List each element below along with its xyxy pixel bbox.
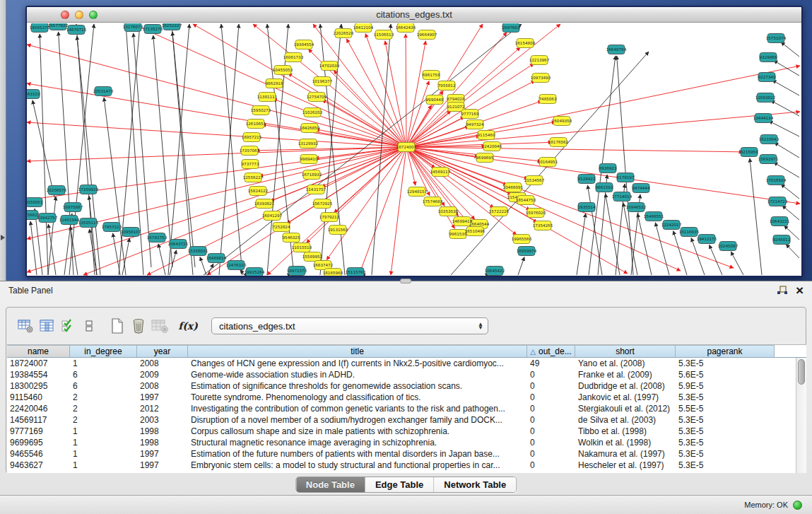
- tab-node-table[interactable]: Node Table: [296, 477, 365, 492]
- column-visibility-icon[interactable]: [36, 315, 57, 337]
- tab-network-table[interactable]: Network Table: [434, 477, 516, 492]
- table-panel-header: Table Panel ×: [0, 281, 812, 300]
- network-desktop: citations_edges.txt 18724007193845541606…: [0, 0, 812, 281]
- table-cell: 18724007: [7, 358, 70, 369]
- graph-node-label: 9699695: [476, 156, 494, 160]
- graph-node-label: 19925264: [245, 270, 265, 274]
- table-row[interactable]: 946554611997Estimation of the future num…: [7, 448, 796, 460]
- graph-node-label: 18724007: [396, 145, 417, 149]
- graph-node-label: 15672925: [312, 201, 333, 206]
- scrollbar-thumb[interactable]: [798, 359, 805, 385]
- table-cell: 2: [70, 392, 137, 403]
- graph-node-label: 10973493: [531, 76, 551, 80]
- table-settings-icon[interactable]: [15, 315, 36, 337]
- graph-node-label: 17359928: [78, 187, 99, 192]
- table-panel-body: f(x) citations_edges.txt ▲▼ namein_degre…: [6, 307, 806, 473]
- close-window-icon[interactable]: [61, 11, 69, 19]
- graph-node-label: 9115460: [478, 133, 495, 137]
- column-header-short[interactable]: short: [575, 345, 676, 357]
- graph-edge: [406, 34, 406, 147]
- column-header-year[interactable]: year: [137, 345, 188, 357]
- table-row[interactable]: 1456911722003Disruption of a novel membe…: [7, 414, 796, 426]
- table-row[interactable]: 1938455462009Genome-wide association stu…: [7, 369, 796, 380]
- network-canvas[interactable]: 1872400719384554160617331045505398629181…: [27, 23, 801, 276]
- column-header-name[interactable]: name: [7, 345, 70, 357]
- table-row[interactable]: 946362711997Embryonic stem cells: a mode…: [7, 460, 796, 471]
- table-cell: 22420046: [7, 403, 70, 414]
- column-header-in_degree[interactable]: in_degree: [70, 345, 137, 357]
- tab-edge-table[interactable]: Edge Table: [365, 477, 434, 492]
- graph-node-label: 9777169: [461, 112, 479, 116]
- dropdown-arrows-icon: ▲▼: [478, 322, 483, 329]
- memory-ok-indicator[interactable]: [793, 501, 802, 510]
- graph-edge: [406, 66, 800, 147]
- graph-node-label: 14870715: [66, 28, 87, 32]
- graph-node-label: 17574683: [423, 199, 443, 204]
- graph-node-label: 11015518: [292, 245, 312, 250]
- table-cell: Nakamura et al. (1997): [575, 448, 676, 460]
- table-row[interactable]: 977716911998Corpus callosum shape and si…: [7, 426, 796, 437]
- graph-node-label: 9737773: [242, 162, 259, 166]
- function-builder-icon[interactable]: f(x): [177, 315, 199, 337]
- row-select-icon[interactable]: [57, 315, 78, 337]
- column-header-pagerank[interactable]: pagerank: [676, 345, 775, 357]
- graph-node-label: 15824122: [248, 189, 268, 193]
- graph-node-label: 18176562: [548, 140, 568, 144]
- network-view-window: citations_edges.txt 18724007193845541606…: [25, 6, 803, 277]
- table-row[interactable]: 911546021997Tourette syndrome. Phenomeno…: [7, 392, 796, 403]
- table-cell: Jankovic et al. (1997): [575, 392, 676, 403]
- graph-node-label: 15589952: [302, 255, 322, 259]
- memory-status-label: Memory: OK: [744, 501, 788, 509]
- minimize-window-icon[interactable]: [75, 11, 83, 19]
- maximize-window-icon[interactable]: [89, 11, 98, 19]
- graph-node-label: 16959974: [517, 249, 537, 253]
- table-cell: de Silva et al. (2003): [575, 414, 676, 426]
- table-tab-bar: Node Table Edge Table Network Table: [295, 477, 517, 493]
- table-select-dropdown[interactable]: citations_edges.txt ▲▼: [211, 317, 488, 334]
- graph-node-label: 16782753: [147, 235, 167, 240]
- graph-edge: [172, 24, 193, 275]
- table-cell: 1997: [137, 392, 188, 403]
- graph-edge: [40, 34, 48, 275]
- table-cell: 18300295: [7, 380, 70, 392]
- graph-node-label: 16837472: [313, 263, 333, 267]
- column-header-title[interactable]: title: [188, 345, 527, 357]
- graph-node-label: 20206576: [47, 188, 67, 192]
- new-table-icon[interactable]: [107, 315, 128, 337]
- table-cell: 0: [527, 437, 575, 448]
- graph-node-label: 9474444: [632, 186, 650, 190]
- graph-node-label: 10455053: [273, 68, 293, 72]
- vertical-scrollbar[interactable]: [796, 358, 806, 473]
- graph-node-label: 17354265: [533, 223, 553, 228]
- table-row[interactable]: 969969511998Structural magnetic resonanc…: [7, 437, 796, 448]
- table-cell: 0: [527, 392, 575, 403]
- graph-edge: [406, 24, 560, 147]
- graph-edge: [219, 24, 239, 275]
- table-row[interactable]: 1872400712008Changes of HCN gene express…: [7, 358, 796, 369]
- table-panel: Table Panel ×: [0, 281, 812, 514]
- graph-node-label: 20643721: [168, 242, 189, 246]
- graph-node-label: 17016504: [766, 178, 787, 182]
- table-cell: 9699695: [7, 437, 70, 448]
- table-cell: 9777169: [7, 426, 70, 437]
- close-panel-icon[interactable]: ×: [796, 286, 804, 296]
- table-cell: 1998: [137, 437, 188, 448]
- table-row[interactable]: 1830029562008Estimation of significance …: [7, 380, 796, 392]
- table-cell: 19384554: [7, 369, 70, 380]
- float-panel-icon[interactable]: [776, 285, 789, 296]
- application-window: citations_edges.txt 18724007193845541606…: [0, 0, 812, 514]
- network-window-titlebar[interactable]: citations_edges.txt: [27, 7, 801, 23]
- table-body: 1872400712008Changes of HCN gene express…: [7, 358, 796, 473]
- delete-icon[interactable]: [128, 315, 149, 337]
- column-header-out_de[interactable]: △out_de...: [527, 345, 575, 357]
- table-cell: 1: [70, 437, 137, 448]
- hidden-panel-arrow-icon[interactable]: [1, 235, 5, 240]
- status-bar: Memory: OK: [0, 495, 812, 514]
- graph-node-label: 10353538: [438, 209, 459, 214]
- graph-node-label: 10643221: [770, 219, 790, 223]
- graph-node-label: 11026203: [302, 110, 323, 115]
- graph-node-label: 12213967: [529, 58, 550, 62]
- table-cell: 1: [70, 426, 137, 437]
- table-row[interactable]: 2242004622012Investigating the contribut…: [7, 403, 796, 414]
- rows-icon[interactable]: [78, 315, 100, 337]
